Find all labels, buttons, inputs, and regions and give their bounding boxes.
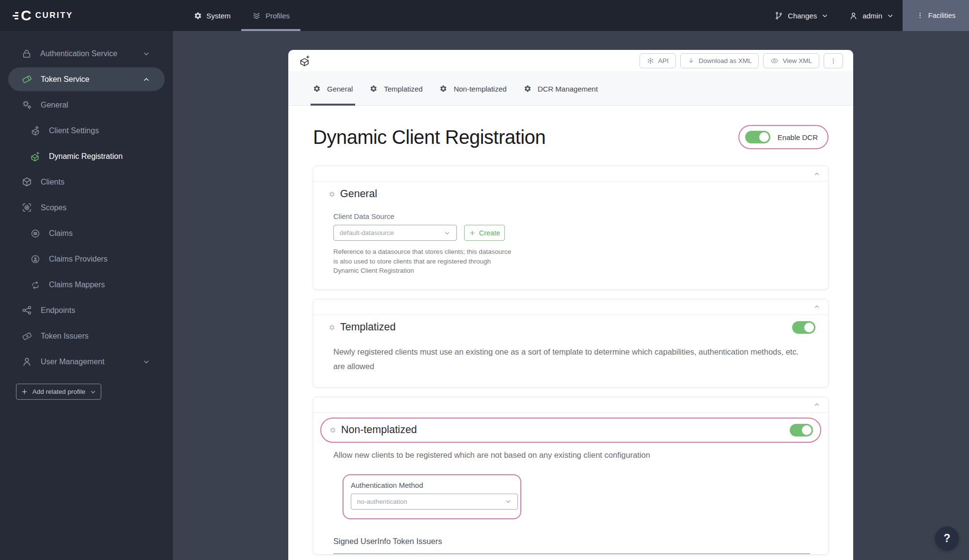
sidebar-item-user-management[interactable]: User Management: [0, 349, 173, 374]
admin-label: admin: [862, 12, 882, 20]
chevron-down-icon: [821, 12, 828, 19]
tab-system[interactable]: System: [183, 0, 241, 31]
tab-general[interactable]: General: [313, 72, 353, 105]
lock-icon: [21, 48, 32, 59]
share-nodes-icon: [21, 305, 32, 316]
changes-menu[interactable]: Changes: [774, 11, 828, 20]
sidebar-item-client-settings[interactable]: Client Settings: [0, 118, 173, 143]
create-button-label: Create: [479, 229, 500, 237]
sidebar-item-label: Authentication Service: [40, 49, 117, 58]
api-nodes-icon: [647, 57, 654, 64]
sidebar-item-token-issuers[interactable]: Token Issuers: [0, 323, 173, 349]
tab-profiles[interactable]: Profiles: [241, 0, 300, 31]
client-data-source-value: default-datasource: [340, 229, 394, 236]
sidebar-item-claims-mappers[interactable]: Claims Mappers: [0, 272, 173, 297]
authentication-method-highlight-box: Authentication Method no-authentication: [343, 474, 521, 519]
general-section: General Client Data Source default-datas…: [313, 166, 828, 290]
admin-user-menu[interactable]: admin: [849, 11, 894, 20]
sidebar-item-general[interactable]: General: [0, 92, 173, 118]
chevron-up-icon: [813, 171, 820, 177]
section-heading-label: General: [340, 188, 377, 200]
gear-icon: [370, 85, 377, 93]
gear-icon: [329, 427, 336, 434]
sections: General Client Data Source default-datas…: [313, 166, 828, 555]
sidebar-item-claims[interactable]: Claims: [0, 220, 173, 246]
tab-non-templatized[interactable]: Non-templatized: [439, 72, 506, 105]
gear-icon: [194, 12, 202, 20]
toggle-knob: [759, 132, 769, 142]
authentication-method-select[interactable]: no-authentication: [351, 494, 518, 510]
tab-templatized[interactable]: Templatized: [370, 72, 422, 105]
toggle-knob: [802, 425, 812, 435]
non-templatized-highlight-row: Non-templatized: [320, 418, 821, 443]
box-plus-icon: [299, 55, 311, 67]
scope-brackets-icon: [21, 202, 32, 213]
facilities-button[interactable]: Facilities: [903, 0, 969, 31]
gear-icon: [328, 191, 335, 198]
curity-logo[interactable]: C CURITY: [13, 0, 73, 31]
card-toolbar: API Download as XML View XML: [640, 53, 843, 68]
client-data-source-select[interactable]: default-datasource: [333, 225, 457, 241]
sidebar-item-claims-providers[interactable]: Claims Providers: [0, 246, 173, 272]
profile-sidebar: Authentication Service Token Service Gen…: [0, 31, 173, 560]
sidebar-item-endpoints[interactable]: Endpoints: [0, 297, 173, 323]
facilities-label: Facilities: [928, 12, 955, 19]
create-datasource-button[interactable]: Create: [464, 225, 505, 241]
plus-icon: [469, 230, 476, 236]
api-button[interactable]: API: [640, 53, 676, 68]
download-circle-icon: [30, 254, 41, 264]
section-heading-label: Templatized: [340, 321, 396, 333]
sidebar-item-label: Scopes: [41, 203, 66, 212]
sidebar-item-label: Token Issuers: [41, 332, 89, 341]
tab-dcr-management[interactable]: DCR Management: [524, 72, 598, 105]
enable-dcr-control: Enable DCR: [738, 125, 828, 149]
add-related-profile-button[interactable]: Add related profile: [16, 384, 101, 400]
templatized-section-collapse[interactable]: [313, 299, 828, 315]
enable-dcr-toggle[interactable]: [745, 131, 770, 143]
sidebar-item-token-service[interactable]: Token Service: [8, 67, 165, 91]
general-section-body: General Client Data Source default-datas…: [313, 182, 828, 289]
sidebar-item-dynamic-registration[interactable]: Dynamic Registration: [0, 143, 173, 169]
non-templatized-toggle[interactable]: [790, 424, 813, 436]
sidebar-item-scopes[interactable]: Scopes: [0, 195, 173, 220]
page-title: Dynamic Client Registration: [313, 126, 546, 148]
tab-profiles-label: Profiles: [266, 12, 290, 20]
chevron-up-icon: [813, 303, 820, 310]
sidebar-item-label: Claims Providers: [49, 255, 108, 264]
sidebar-item-label: Claims: [49, 229, 73, 238]
view-xml-label: View XML: [782, 57, 812, 64]
kebab-dots-icon: [916, 12, 924, 19]
signed-userinfo-token-issuers-label: Signed UserInfo Token Issuers: [333, 537, 815, 546]
general-section-fields: Client Data Source default-datasource Cr: [328, 212, 815, 276]
box-plus-icon: [30, 151, 41, 162]
list-circle-icon: [30, 228, 41, 239]
templatized-section-body: Templatized Newly registered clients mus…: [313, 315, 828, 387]
user-icon: [21, 356, 32, 367]
sidebar-item-label: General: [41, 101, 68, 109]
box-gear-icon: [30, 125, 41, 136]
non-templatized-section: Non-templatized Allow new clients to be …: [313, 397, 828, 555]
sidebar-item-label: Endpoints: [41, 306, 75, 315]
client-data-source-row: default-datasource Create: [333, 225, 815, 241]
sidebar-item-authentication-service[interactable]: Authentication Service: [0, 41, 173, 66]
help-button[interactable]: ?: [935, 527, 959, 550]
templatized-toggle[interactable]: [792, 321, 815, 334]
signed-userinfo-divider: [333, 553, 810, 554]
chevron-down-icon: [887, 12, 894, 19]
box-icon: [21, 176, 32, 187]
sidebar-item-label: User Management: [41, 358, 105, 366]
more-options-button[interactable]: [824, 53, 843, 68]
view-xml-button[interactable]: View XML: [763, 53, 819, 68]
client-data-source-label: Client Data Source: [333, 212, 815, 220]
sidebar-item-clients[interactable]: Clients: [0, 169, 173, 195]
download-arrow-icon: [688, 57, 695, 64]
add-related-profile-label: Add related profile: [32, 388, 86, 395]
card-header: API Download as XML View XML: [288, 50, 853, 72]
logo-c-icon: C: [21, 7, 31, 24]
non-templatized-section-collapse[interactable]: [313, 397, 828, 413]
general-section-collapse[interactable]: [313, 166, 828, 182]
eye-icon: [770, 57, 779, 65]
download-as-xml-button[interactable]: Download as XML: [680, 53, 759, 68]
chevron-up-icon: [813, 401, 820, 408]
kebab-dots-icon: [829, 57, 837, 65]
